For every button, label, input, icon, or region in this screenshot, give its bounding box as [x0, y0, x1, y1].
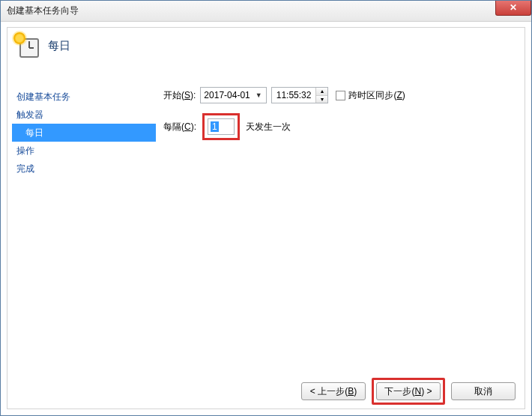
back-button[interactable]: < 上一步(B) — [301, 382, 366, 400]
sidebar-item-daily[interactable]: 每日 — [12, 124, 156, 142]
inner-panel: 每日 创建基本任务 触发器 每日 操作 完成 开始(S): — [7, 27, 525, 409]
next-highlight-annotation: 下一步(N) > — [372, 378, 445, 405]
daily-schedule-icon — [15, 34, 39, 58]
interval-label: 每隔(C): — [163, 121, 196, 133]
interval-row: 每隔(C): 1 天发生一次 — [163, 118, 517, 136]
start-date-picker[interactable]: 2017-04-01 ▼ — [200, 87, 266, 103]
window-title: 创建基本任务向导 — [7, 4, 79, 17]
start-row: 开始(S): 2017-04-01 ▼ 11:55:32 ▲ ▼ — [163, 86, 517, 104]
sidebar-item-action[interactable]: 操作 — [12, 142, 156, 160]
timezone-sync-checkbox[interactable]: 跨时区同步(Z) — [336, 89, 405, 102]
wizard-sidebar: 创建基本任务 触发器 每日 操作 完成 — [7, 83, 156, 374]
interval-highlight-annotation: 1 — [202, 113, 240, 140]
sidebar-item-create-basic-task[interactable]: 创建基本任务 — [12, 88, 156, 106]
recur-days-input[interactable]: 1 — [208, 118, 235, 135]
content-area: 每日 创建基本任务 触发器 每日 操作 完成 开始(S): — [1, 22, 531, 415]
start-time-spinner[interactable]: 11:55:32 ▲ ▼ — [271, 87, 329, 103]
wizard-window: 创建基本任务向导 ✕ 每日 创建基本任务 触发器 每日 操作 完成 — [0, 0, 532, 416]
sidebar-item-trigger[interactable]: 触发器 — [12, 106, 156, 124]
checkbox-box[interactable] — [336, 91, 345, 100]
spin-down-icon[interactable]: ▼ — [316, 96, 327, 103]
form-area: 开始(S): 2017-04-01 ▼ 11:55:32 ▲ ▼ — [156, 83, 525, 374]
wizard-footer: < 上一步(B) 下一步(N) > 取消 — [7, 374, 525, 409]
cancel-button[interactable]: 取消 — [451, 382, 516, 400]
close-button[interactable]: ✕ — [495, 1, 531, 16]
start-time-value: 11:55:32 — [272, 88, 316, 103]
wizard-header: 每日 — [7, 28, 525, 74]
interval-suffix-label: 天发生一次 — [246, 121, 291, 133]
next-button[interactable]: 下一步(N) > — [376, 382, 441, 400]
spin-up-icon[interactable]: ▲ — [316, 88, 327, 96]
start-date-value: 2017-04-01 — [204, 90, 250, 100]
timezone-sync-label: 跨时区同步(Z) — [348, 89, 405, 102]
chevron-down-icon[interactable]: ▼ — [253, 91, 265, 99]
sidebar-item-finish[interactable]: 完成 — [12, 160, 156, 178]
wizard-body: 创建基本任务 触发器 每日 操作 完成 开始(S): 2017-04-01 ▼ — [7, 83, 525, 374]
page-title: 每日 — [48, 39, 70, 53]
titlebar: 创建基本任务向导 ✕ — [1, 1, 531, 22]
start-label: 开始(S): — [163, 89, 196, 102]
